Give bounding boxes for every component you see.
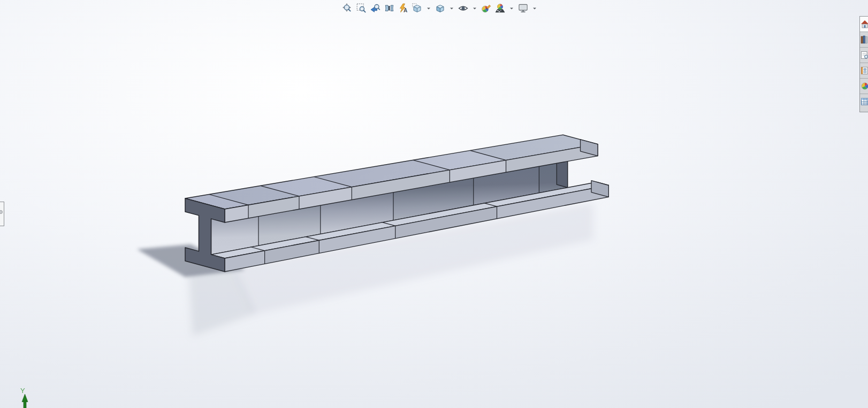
graphics-area[interactable]: Y A bbox=[0, 0, 868, 408]
triad-y-label: Y bbox=[20, 387, 25, 395]
apply-scene-dropdown-caret[interactable] bbox=[509, 3, 514, 13]
task-pane-tab-strip bbox=[859, 16, 868, 112]
panel-handle-dot bbox=[0, 210, 3, 214]
svg-text:A: A bbox=[403, 7, 407, 13]
appearances-scenes-icon bbox=[861, 81, 868, 91]
dynamic-annotation-views-icon[interactable]: A bbox=[398, 3, 408, 13]
previous-view-icon[interactable] bbox=[370, 3, 380, 13]
hide-show-items-icon[interactable] bbox=[458, 3, 468, 13]
task-pane-tab-solidworks-resources[interactable] bbox=[860, 17, 868, 32]
apply-scene-icon[interactable] bbox=[495, 3, 505, 13]
view-orientation-icon[interactable] bbox=[412, 3, 422, 13]
section-view-icon[interactable] bbox=[384, 3, 394, 13]
edit-appearance-icon[interactable] bbox=[481, 3, 491, 13]
triad-y-axis-shaft bbox=[24, 401, 26, 408]
task-pane-tab-design-library[interactable] bbox=[860, 32, 868, 48]
view-settings-dropdown-caret[interactable] bbox=[532, 3, 537, 13]
zoom-to-area-icon[interactable] bbox=[356, 3, 367, 13]
view-palette-icon bbox=[861, 66, 868, 75]
model-viewport-canvas[interactable]: Y bbox=[0, 0, 868, 408]
task-pane-tab-custom-properties[interactable] bbox=[860, 94, 868, 109]
view-settings-icon[interactable] bbox=[518, 3, 528, 13]
file-explorer-icon bbox=[861, 50, 868, 60]
zoom-to-fit-icon[interactable] bbox=[342, 3, 353, 13]
view-orientation-dropdown-caret[interactable] bbox=[426, 3, 431, 13]
task-pane-tab-view-palette[interactable] bbox=[860, 63, 868, 79]
display-style-dropdown-caret[interactable] bbox=[449, 3, 454, 13]
custom-properties-icon bbox=[861, 97, 868, 106]
hide-show-items-dropdown-caret[interactable] bbox=[472, 3, 477, 13]
design-library-icon bbox=[861, 35, 868, 44]
display-style-icon[interactable] bbox=[435, 3, 445, 13]
collapsed-panel-tab[interactable] bbox=[0, 202, 4, 226]
heads-up-view-toolbar: A bbox=[342, 2, 537, 14]
solidworks-resources-icon bbox=[861, 19, 868, 29]
task-pane-tab-appearances-scenes[interactable] bbox=[860, 79, 868, 94]
task-pane-tab-file-explorer[interactable] bbox=[860, 48, 868, 63]
